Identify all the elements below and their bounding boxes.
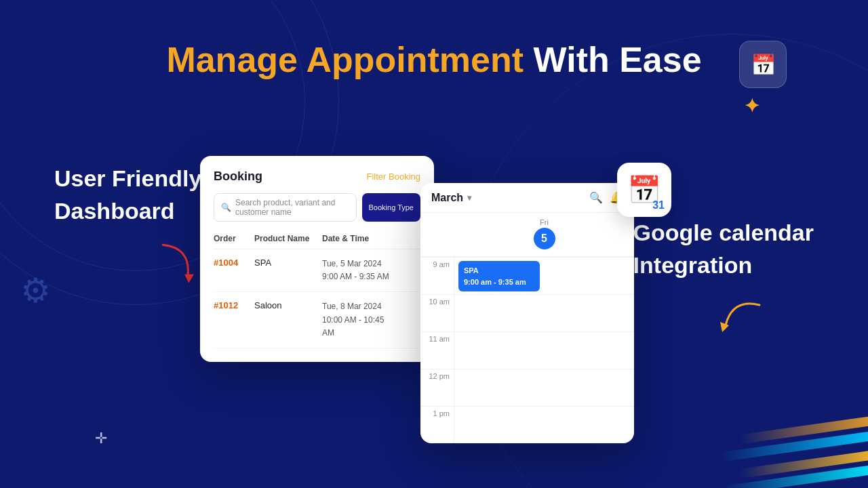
event-title: SPA xyxy=(464,265,534,277)
time-slots-column: 9 am 10 am 11 am 12 pm 1 pm xyxy=(420,257,454,443)
arrow-right-icon xyxy=(712,298,766,345)
calendar-event-spa[interactable]: SPA 9:00 am - 9:35 am xyxy=(458,261,540,291)
order-1004[interactable]: #1004 xyxy=(214,258,254,268)
right-line2: Integration xyxy=(633,249,814,282)
date-1004: Tue, 5 Mar 2024 xyxy=(322,258,393,270)
time-slot-1pm: 1 pm xyxy=(420,406,454,443)
search-input-wrap[interactable]: 🔍 Search product, variant and customer n… xyxy=(214,193,357,222)
datetime-2: Tue, 8 Mar 2024 10:00 AM - 10:45 AM xyxy=(322,300,393,340)
event-area: SPA 9:00 am - 9:35 am xyxy=(454,257,634,443)
col-datetime: Date & Time xyxy=(322,234,393,243)
time-1004: 9:00 AM - 9:35 AM xyxy=(322,270,393,283)
search-calendar-icon[interactable]: 🔍 xyxy=(589,191,603,204)
gcal-number: 31 xyxy=(652,199,665,211)
col-product: Product Name xyxy=(254,234,322,243)
calendar-header: March ▾ 🔍 🔔 xyxy=(420,183,634,213)
time-slot-9am: 9 am xyxy=(420,257,454,294)
table-row: #1012 Saloon Tue, 8 Mar 2024 10:00 AM - … xyxy=(214,292,420,348)
gradient-bar-3 xyxy=(739,450,868,479)
col-extra xyxy=(393,234,420,243)
event-time: 9:00 am - 9:35 am xyxy=(464,277,534,288)
title-orange-part: Manage Appointment xyxy=(166,40,524,79)
page-title: Manage Appointment With Ease xyxy=(0,41,868,79)
booking-type-button[interactable]: Booking Type xyxy=(362,193,420,222)
stripe-10am xyxy=(454,294,634,331)
order-1012[interactable]: #1012 xyxy=(214,300,254,310)
left-line2: Dashboard xyxy=(54,195,201,228)
filter-booking-link[interactable]: Filter Booking xyxy=(367,171,420,182)
day-name-fri: Fri xyxy=(454,218,634,226)
dropdown-icon[interactable]: ▾ xyxy=(467,193,471,203)
booking-panel: Booking Filter Booking 🔍 Search product,… xyxy=(200,156,434,362)
search-icon: 🔍 xyxy=(221,203,231,212)
page-header: Manage Appointment With Ease xyxy=(0,0,868,79)
search-placeholder-text: Search product, variant and customer nam… xyxy=(235,198,349,217)
time-slot-10am: 10 am xyxy=(420,294,454,331)
booking-table-header: Order Product Name Date & Time xyxy=(214,231,420,249)
datetime-1: Tue, 5 Mar 2024 9:00 AM - 9:35 AM xyxy=(322,258,393,283)
sparkle-icon: ✦ xyxy=(744,95,760,117)
calendar-panel: March ▾ 🔍 🔔 Fri 5 9 am 10 am 11 am 12 pm… xyxy=(420,183,634,443)
left-line1: User Friendly xyxy=(54,163,201,195)
time-slot-11am: 11 am xyxy=(420,331,454,369)
time-gutter-header xyxy=(420,213,454,256)
gradient-bar-2 xyxy=(719,430,868,462)
stripe-12pm xyxy=(454,369,634,406)
crosshair-icon: ✛ xyxy=(95,430,107,447)
date-1012: Tue, 8 Mar 2024 xyxy=(322,300,393,313)
table-row: #1004 SPA Tue, 5 Mar 2024 9:00 AM - 9:35… xyxy=(214,249,420,292)
calendar-day-header: Fri 5 xyxy=(420,213,634,257)
time-slot-12pm: 12 pm xyxy=(420,369,454,406)
google-calendar-icon: 📅 31 xyxy=(617,163,671,217)
stripe-11am xyxy=(454,331,634,369)
gradient-bar-4 xyxy=(722,464,868,488)
right-section-text: Google calendar Integration xyxy=(633,217,814,281)
month-label: March xyxy=(431,192,463,204)
booking-panel-title: Booking xyxy=(214,169,262,184)
svg-marker-1 xyxy=(720,322,729,332)
gear-icon: ⚙ xyxy=(20,271,51,310)
search-bar: 🔍 Search product, variant and customer n… xyxy=(214,193,420,222)
left-section-text: User Friendly Dashboard xyxy=(54,163,201,227)
day-column-header: Fri 5 xyxy=(454,213,634,256)
product-saloon: Saloon xyxy=(254,300,322,310)
stripe-1pm xyxy=(454,406,634,443)
day-number-5: 5 xyxy=(534,228,555,249)
stripe-9am: SPA 9:00 am - 9:35 am xyxy=(454,257,634,294)
time-1012: 10:00 AM - 10:45 AM xyxy=(322,314,393,340)
right-line1: Google calendar xyxy=(633,217,814,249)
booking-panel-header: Booking Filter Booking xyxy=(214,169,420,184)
gradient-bar-1 xyxy=(739,414,868,444)
title-white-part: With Ease xyxy=(534,40,702,79)
col-order: Order xyxy=(214,234,254,243)
calendar-month: March ▾ xyxy=(431,192,471,204)
diagonal-bars xyxy=(698,386,868,488)
calendar-body: 9 am 10 am 11 am 12 pm 1 pm SPA 9:00 am … xyxy=(420,257,634,443)
product-spa: SPA xyxy=(254,258,322,268)
